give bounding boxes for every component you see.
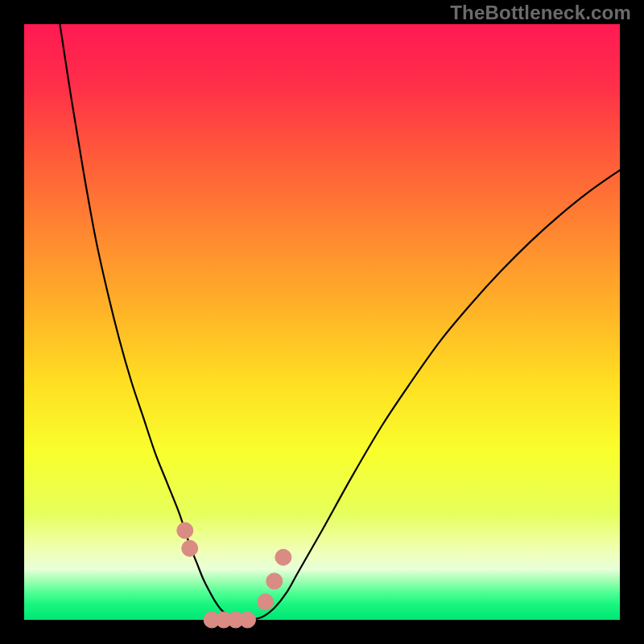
- data-marker: [177, 522, 193, 539]
- data-marker: [266, 573, 283, 589]
- data-marker: [275, 549, 291, 565]
- chart-frame: TheBottleneck.com: [0, 0, 644, 644]
- data-marker: [240, 612, 256, 628]
- data-marker: [182, 540, 198, 556]
- data-marker: [258, 594, 274, 610]
- bottleneck-chart: [0, 0, 644, 644]
